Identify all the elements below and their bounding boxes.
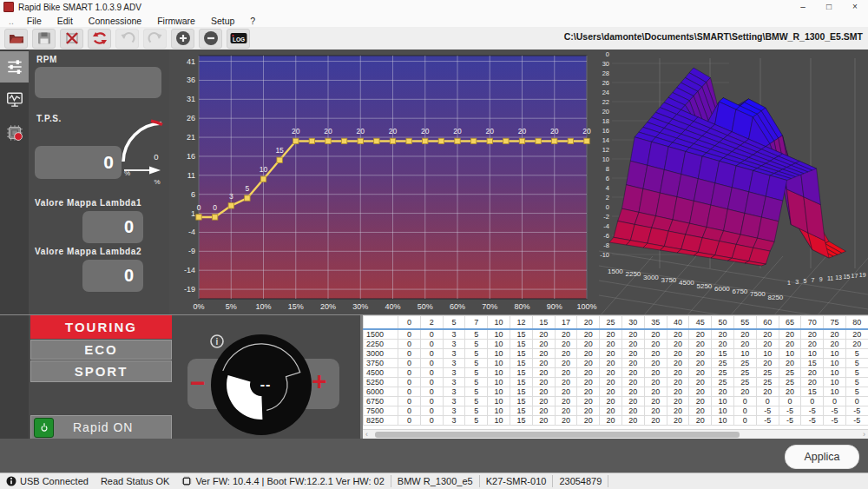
chart-point[interactable] (390, 138, 395, 143)
map-cell[interactable]: 10 (488, 329, 510, 340)
chart-point[interactable] (309, 138, 314, 143)
map-cell[interactable]: -5 (845, 406, 868, 416)
map-cell[interactable]: 20 (689, 387, 712, 397)
map-cell[interactable]: 10 (824, 378, 846, 387)
chart-point[interactable] (196, 215, 201, 220)
map-cell[interactable]: 0 (398, 329, 421, 340)
map-cell[interactable]: 10 (824, 349, 846, 359)
map-cell[interactable]: 20 (712, 329, 734, 340)
map-cell[interactable]: 20 (845, 329, 868, 340)
tps-line-chart[interactable]: 0%5%10%15%20%30%40%50%60%70%80%90%100%41… (169, 50, 599, 315)
map-cell[interactable]: 20 (532, 368, 555, 378)
map-cell[interactable]: 20 (600, 359, 622, 368)
map-cell[interactable]: 20 (600, 349, 622, 359)
close-button[interactable]: × (842, 0, 868, 14)
chart-point[interactable] (212, 215, 217, 220)
map-cell[interactable]: 15 (510, 416, 532, 426)
map-cell[interactable]: 0 (733, 416, 756, 426)
map-cell[interactable]: 0 (398, 340, 421, 349)
map-cell[interactable]: 15 (510, 340, 532, 349)
map-cell[interactable]: 5 (845, 368, 868, 378)
map-cell[interactable]: 10 (712, 397, 734, 406)
map-cell[interactable]: 20 (532, 359, 555, 368)
map-cell[interactable]: 15 (510, 387, 532, 397)
map-cell[interactable]: 15 (510, 329, 532, 340)
map-cell[interactable]: -5 (779, 416, 801, 426)
map-cell[interactable]: 20 (689, 368, 712, 378)
map-cell[interactable]: -5 (779, 406, 801, 416)
mode-touring-button[interactable]: TOURING (30, 315, 172, 339)
map-cell[interactable]: 20 (532, 349, 555, 359)
map-cell[interactable]: 0 (398, 397, 421, 406)
open-file-button[interactable] (4, 29, 28, 49)
map-cell[interactable]: 20 (532, 397, 555, 406)
map-cell[interactable]: 3 (443, 416, 465, 426)
applica-button[interactable]: Applica (785, 445, 859, 469)
chart-point[interactable] (584, 138, 589, 143)
map-cell[interactable]: 20 (600, 340, 622, 349)
map-cell[interactable]: 20 (644, 416, 667, 426)
map-cell[interactable]: 20 (600, 397, 622, 406)
map-cell[interactable]: 15 (510, 378, 532, 387)
map-cell[interactable]: 20 (555, 359, 577, 368)
map-cell[interactable]: 15 (510, 397, 532, 406)
map-cell[interactable]: 20 (667, 387, 689, 397)
scroll-left-arrow[interactable]: ‹ (365, 430, 368, 439)
map-cell[interactable]: 5 (465, 406, 488, 416)
map-cell[interactable]: 3 (443, 406, 465, 416)
map-cell[interactable]: 5 (465, 416, 488, 426)
rapid-on-button[interactable]: Rapid ON (30, 415, 172, 439)
map-cell[interactable]: 3 (443, 397, 465, 406)
map-cell[interactable]: 20 (845, 340, 868, 349)
map-cell[interactable]: 20 (667, 406, 689, 416)
disconnect-button[interactable] (60, 29, 83, 49)
map-cell[interactable]: 20 (532, 387, 555, 397)
map-cell[interactable]: 10 (824, 368, 846, 378)
chart-point[interactable] (326, 138, 331, 143)
map-cell[interactable]: 20 (779, 340, 801, 349)
map-cell[interactable]: 0 (420, 349, 443, 359)
map-cell[interactable]: 20 (621, 397, 644, 406)
map-cell[interactable]: 15 (510, 349, 532, 359)
log-button[interactable]: LOG (227, 29, 250, 49)
map-cell[interactable]: 10 (488, 368, 510, 378)
map-cell[interactable]: 10 (488, 349, 510, 359)
map-cell[interactable]: 10 (824, 359, 846, 368)
map-cell[interactable]: -5 (824, 406, 846, 416)
map-cell[interactable]: 20 (621, 378, 644, 387)
map-cell[interactable]: 3 (443, 359, 465, 368)
map-cell[interactable]: 20 (801, 340, 824, 349)
map-cell[interactable]: 20 (779, 359, 801, 368)
map-cell[interactable]: 3 (443, 378, 465, 387)
map-cell[interactable]: 10 (779, 349, 801, 359)
scroll-right-arrow[interactable]: › (863, 430, 865, 439)
map-cell[interactable]: 0 (756, 397, 779, 406)
map-cell[interactable]: 20 (712, 340, 734, 349)
map-cell[interactable]: 0 (420, 378, 443, 387)
map-cell[interactable]: 25 (733, 378, 756, 387)
map-cell[interactable]: 20 (801, 329, 824, 340)
map-cell[interactable]: 0 (733, 406, 756, 416)
map-cell[interactable]: 0 (398, 416, 421, 426)
chart-point[interactable] (341, 138, 346, 143)
chart-point[interactable] (470, 138, 476, 143)
map-cell[interactable]: 20 (600, 387, 622, 397)
map-cell[interactable]: 0 (420, 329, 443, 340)
map-cell[interactable]: 3 (443, 340, 465, 349)
table-hscrollbar[interactable]: ‹ › (363, 429, 868, 439)
map-cell[interactable]: 5 (465, 387, 488, 397)
map-cell[interactable]: 20 (555, 329, 577, 340)
sidebar-item-sliders[interactable] (0, 51, 29, 83)
map-cell[interactable]: 3 (443, 368, 465, 378)
map-cell[interactable]: 25 (756, 378, 779, 387)
map-cell[interactable]: 0 (398, 406, 421, 416)
map-cell[interactable]: 10 (488, 397, 510, 406)
menu-setup[interactable]: Setup (203, 16, 242, 26)
map-cell[interactable]: 0 (398, 387, 421, 397)
map-cell[interactable]: 20 (733, 340, 756, 349)
map-cell[interactable]: 20 (555, 406, 577, 416)
map-cell[interactable]: 20 (600, 368, 622, 378)
chart-point[interactable] (293, 138, 299, 143)
dial-plus-button[interactable]: + (312, 368, 327, 394)
map-cell[interactable]: 0 (420, 416, 443, 426)
